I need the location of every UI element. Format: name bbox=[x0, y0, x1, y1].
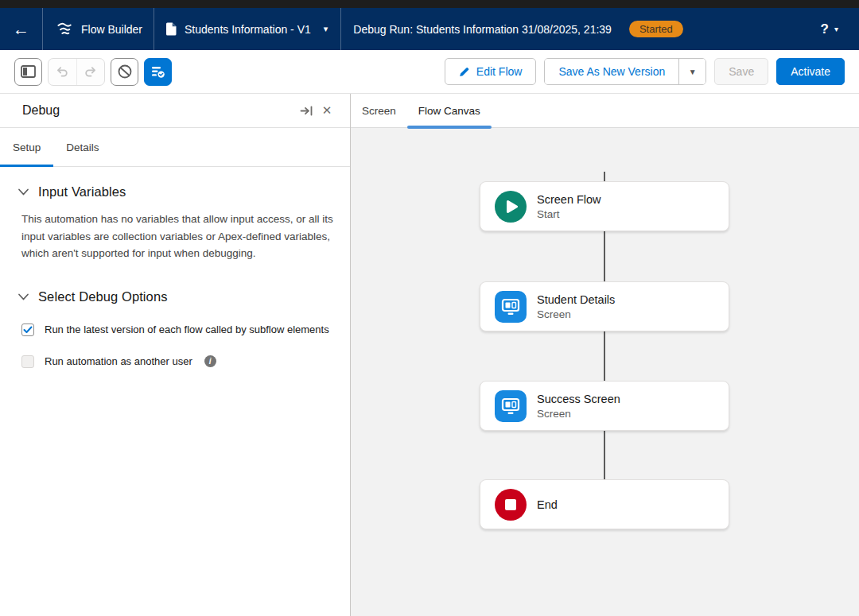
tab-setup-label: Setup bbox=[13, 141, 41, 153]
spacer bbox=[683, 8, 813, 50]
tab-details[interactable]: Details bbox=[53, 128, 111, 166]
tab-screen[interactable]: Screen bbox=[351, 94, 407, 127]
flow-builder-logo-icon bbox=[56, 21, 73, 37]
canvas-area: Screen Flow Canvas Screen Flow Start bbox=[351, 94, 859, 616]
option-label: Run automation as another user bbox=[45, 355, 192, 367]
close-panel-button[interactable]: ✕ bbox=[317, 100, 337, 121]
debug-options-section-header[interactable]: Select Debug Options bbox=[17, 289, 331, 304]
node-text: End bbox=[537, 498, 558, 511]
app-home-button[interactable]: Flow Builder bbox=[43, 8, 154, 50]
save-options-dropdown-button[interactable]: ▼ bbox=[678, 59, 705, 84]
option-row-run-as-user: Run automation as another user i bbox=[21, 355, 331, 368]
toggle-panel-button[interactable] bbox=[14, 58, 42, 86]
app-name: Flow Builder bbox=[81, 23, 142, 36]
toolbar: Edit Flow Save As New Version ▼ Save Act… bbox=[0, 50, 859, 94]
back-arrow-icon: ← bbox=[13, 20, 29, 39]
chevron-down-icon: ▼ bbox=[689, 68, 697, 76]
prohibit-icon bbox=[117, 64, 133, 79]
undo-redo-group bbox=[48, 58, 105, 86]
node-subtitle: Start bbox=[537, 208, 601, 220]
edit-flow-label: Edit Flow bbox=[476, 65, 523, 78]
browser-top-strip bbox=[0, 0, 859, 8]
dock-panel-button[interactable] bbox=[296, 100, 317, 121]
debug-panel-tabs: Setup Details bbox=[0, 128, 350, 167]
debug-panel: Debug ✕ Setup Details bbox=[0, 94, 351, 616]
node-subtitle: Screen bbox=[537, 308, 615, 320]
save-as-new-version-label: Save As New Version bbox=[558, 65, 665, 78]
flow-name-menu[interactable]: Students Information - V1 ▾ bbox=[154, 8, 340, 50]
save-as-new-version-button[interactable]: Save As New Version bbox=[545, 59, 678, 84]
debug-options-heading: Select Debug Options bbox=[38, 289, 168, 304]
tab-screen-label: Screen bbox=[362, 105, 396, 117]
panel-title: Debug bbox=[22, 103, 296, 118]
flow-node-student-details[interactable]: Student Details Screen bbox=[480, 281, 729, 331]
node-title: End bbox=[537, 498, 558, 511]
node-text: Success Screen Screen bbox=[537, 393, 620, 420]
flow-node-start[interactable]: Screen Flow Start bbox=[480, 181, 729, 231]
help-icon: ? bbox=[821, 21, 829, 37]
redo-icon bbox=[84, 66, 97, 78]
chevron-down-icon: ▾ bbox=[324, 24, 328, 34]
chevron-down-icon bbox=[17, 293, 29, 301]
checkbox-run-as-user[interactable] bbox=[21, 355, 34, 368]
input-variables-section-header[interactable]: Input Variables bbox=[17, 184, 331, 200]
node-text: Student Details Screen bbox=[537, 293, 615, 320]
cancel-run-button[interactable] bbox=[111, 58, 138, 86]
node-subtitle: Screen bbox=[537, 408, 620, 420]
header-bar: ← Flow Builder Students Information - V1… bbox=[0, 8, 859, 50]
pencil-icon bbox=[459, 66, 470, 77]
info-icon[interactable]: i bbox=[204, 355, 216, 367]
chevron-down-icon bbox=[17, 188, 29, 196]
flow-name: Students Information - V1 bbox=[185, 23, 311, 36]
node-title: Success Screen bbox=[537, 393, 620, 405]
node-text: Screen Flow Start bbox=[537, 193, 601, 220]
node-title: Screen Flow bbox=[537, 193, 601, 206]
option-row-latest-version: Run the latest version of each flow call… bbox=[21, 323, 331, 336]
save-label: Save bbox=[729, 65, 754, 78]
save-button[interactable]: Save bbox=[714, 58, 768, 85]
help-menu[interactable]: ? ▾ bbox=[813, 8, 859, 50]
tab-flow-canvas[interactable]: Flow Canvas bbox=[407, 94, 492, 127]
flow-node-success-screen[interactable]: Success Screen Screen bbox=[480, 381, 729, 431]
play-icon bbox=[495, 191, 527, 223]
status-badge: Started bbox=[629, 21, 683, 37]
tab-flow-canvas-label: Flow Canvas bbox=[418, 105, 480, 117]
flow-node-end[interactable]: End bbox=[480, 479, 729, 529]
debug-log-icon bbox=[150, 64, 165, 79]
redo-button[interactable] bbox=[77, 59, 105, 85]
flow-canvas[interactable]: Screen Flow Start Student Details Screen bbox=[351, 128, 859, 616]
back-button[interactable]: ← bbox=[0, 8, 42, 50]
undo-button[interactable] bbox=[49, 59, 77, 85]
screen-icon bbox=[495, 291, 527, 323]
stop-icon bbox=[495, 489, 527, 521]
screen-icon bbox=[495, 390, 527, 422]
input-variables-heading: Input Variables bbox=[38, 184, 126, 200]
close-icon: ✕ bbox=[322, 103, 332, 118]
activate-label: Activate bbox=[791, 65, 830, 78]
undo-icon bbox=[56, 66, 69, 78]
save-as-new-version-group: Save As New Version ▼ bbox=[544, 58, 706, 85]
tab-setup[interactable]: Setup bbox=[0, 128, 53, 166]
checkbox-latest-version[interactable] bbox=[21, 323, 34, 336]
tab-details-label: Details bbox=[66, 141, 99, 153]
input-variables-description: This automation has no variables that al… bbox=[21, 211, 333, 262]
debug-panel-header: Debug ✕ bbox=[0, 94, 350, 128]
canvas-tabs: Screen Flow Canvas bbox=[351, 94, 859, 128]
activate-button[interactable]: Activate bbox=[776, 58, 845, 85]
edit-flow-button[interactable]: Edit Flow bbox=[445, 58, 537, 85]
option-label: Run the latest version of each flow call… bbox=[45, 323, 329, 335]
dock-right-icon bbox=[300, 105, 313, 117]
debug-details-button[interactable] bbox=[144, 58, 172, 86]
chevron-down-icon: ▾ bbox=[834, 25, 838, 33]
toolbar-left-group bbox=[14, 58, 172, 86]
debug-panel-body: Input Variables This automation has no v… bbox=[0, 167, 350, 368]
panel-layout-icon bbox=[21, 65, 36, 78]
debug-run-title: Debug Run: Students Information 31/08/20… bbox=[341, 8, 612, 50]
node-title: Student Details bbox=[537, 293, 615, 306]
document-icon bbox=[165, 22, 177, 36]
toolbar-right-group: Edit Flow Save As New Version ▼ Save Act… bbox=[445, 58, 845, 85]
